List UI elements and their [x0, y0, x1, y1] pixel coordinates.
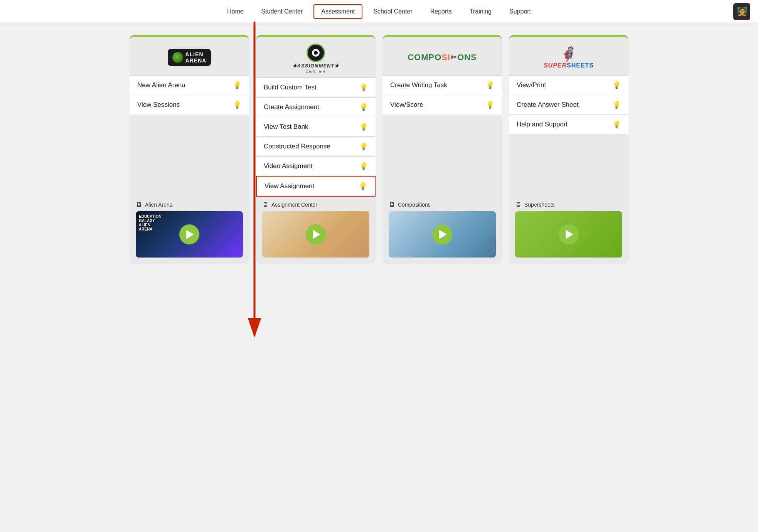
menu-item-create-writing-task[interactable]: Create Writing Task 💡: [382, 75, 502, 95]
alien-arena-video-thumb[interactable]: EDUCATIONGALAXYALIENARENA: [136, 211, 243, 258]
menu-label: Video Assigment: [264, 162, 312, 170]
assignment-center-header: ★ASSIGNMENT★ CENTER: [256, 37, 376, 77]
menu-label: New Alien Arena: [137, 81, 185, 89]
superhero-icon: 🦸: [560, 46, 577, 62]
compositions-video-section: 🖥 Compositions: [382, 197, 502, 264]
bulb-icon: 💡: [359, 162, 368, 170]
menu-label: Create Answer Sheet: [517, 101, 579, 109]
globe-icon: [172, 52, 183, 63]
menu-label: View/Score: [390, 101, 423, 109]
video-label-text: Compositions: [398, 202, 431, 208]
nav-item-student-center[interactable]: Student Center: [254, 5, 310, 18]
assignment-center-video-thumb[interactable]: [262, 211, 369, 258]
menu-item-view-print[interactable]: View/Print 💡: [509, 75, 628, 95]
menu-item-constructed-response[interactable]: Constructed Response 💡: [256, 136, 376, 156]
play-button[interactable]: [432, 224, 452, 244]
video-label-text: Assignment Center: [271, 202, 317, 208]
menu-item-video-assignment[interactable]: Video Assigment 💡: [256, 156, 376, 176]
bulb-icon: 💡: [359, 182, 367, 190]
user-avatar[interactable]: 🧑‍🏫: [733, 3, 750, 20]
assignment-center-menu: Build Custom Test 💡 Create Assignment 💡 …: [256, 77, 376, 197]
menu-label: Help and Support: [517, 121, 568, 128]
bulb-icon: 💡: [359, 103, 368, 111]
play-button[interactable]: [559, 224, 579, 244]
supersheets-video-section: 🖥 Supersheets: [509, 197, 628, 264]
play-button[interactable]: [179, 224, 199, 244]
video-label: 🖥 Assignment Center: [262, 201, 369, 208]
menu-label: Constructed Response: [264, 143, 330, 150]
monitor-icon: 🖥: [389, 201, 395, 208]
video-label-text: Alien Arena: [145, 202, 173, 208]
alien-arena-header: ALIENARENA: [130, 37, 249, 75]
video-thumb-text: EDUCATIONGALAXYALIENARENA: [139, 214, 162, 231]
alien-arena-logo: ALIENARENA: [168, 49, 211, 66]
nav-item-reports[interactable]: Reports: [423, 5, 459, 18]
menu-label: View Test Bank: [264, 123, 308, 131]
nav-item-support[interactable]: Support: [502, 5, 538, 18]
menu-label: Create Assignment: [264, 103, 319, 111]
sci-text: SI: [441, 52, 450, 62]
compositions-header: COMPO SI ✂ ONS: [382, 37, 502, 75]
monitor-icon: 🖥: [136, 201, 142, 208]
assignment-center-video-section: 🖥 Assignment Center: [256, 197, 376, 264]
bulb-icon: 💡: [359, 142, 368, 151]
compositions-card: COMPO SI ✂ ONS Create Writing Task 💡 Vie…: [382, 35, 502, 264]
menu-item-create-assignment[interactable]: Create Assignment 💡: [256, 97, 376, 117]
bulb-icon: 💡: [233, 81, 241, 89]
alien-arena-card: ALIENARENA New Alien Arena 💡 View Sessio…: [130, 35, 249, 264]
supersheets-header: 🦸 SUPER SHEETS: [509, 37, 628, 75]
menu-item-new-alien-arena[interactable]: New Alien Arena 💡: [130, 75, 249, 95]
menu-label: Build Custom Test: [264, 84, 317, 91]
nav-item-assessment[interactable]: Assessment: [313, 4, 362, 19]
menu-label: View Assignment: [264, 182, 314, 190]
compositions-video-thumb[interactable]: [389, 211, 496, 258]
play-button[interactable]: [306, 224, 326, 244]
supersheets-card: 🦸 SUPER SHEETS View/Print 💡 Create Answe…: [509, 35, 628, 264]
menu-item-view-test-bank[interactable]: View Test Bank 💡: [256, 117, 376, 136]
menu-item-build-custom-test[interactable]: Build Custom Test 💡: [256, 77, 376, 97]
menu-item-create-answer-sheet[interactable]: Create Answer Sheet 💡: [509, 95, 628, 114]
alien-arena-logo-text: ALIENARENA: [185, 51, 207, 64]
bulb-icon: 💡: [612, 101, 621, 109]
video-label: 🖥 Alien Arena: [136, 201, 243, 208]
bulb-icon: 💡: [359, 123, 368, 131]
video-label-text: Supersheets: [524, 202, 555, 208]
monitor-icon: 🖥: [515, 201, 521, 208]
nav-items: Home Student Center Assessment School Ce…: [220, 4, 538, 19]
cards-row: ALIENARENA New Alien Arena 💡 View Sessio…: [15, 35, 743, 264]
scissors-icon: ✂: [451, 53, 457, 62]
assignment-center-logo: ★ASSIGNMENT★ CENTER: [292, 44, 340, 74]
menu-item-help-support[interactable]: Help and Support 💡: [509, 114, 628, 134]
supersheets-menu: View/Print 💡 Create Answer Sheet 💡 Help …: [509, 75, 628, 197]
menu-item-view-assignment[interactable]: View Assignment 💡: [256, 176, 376, 197]
sheets-text: SHEETS: [567, 62, 594, 69]
menu-item-view-sessions[interactable]: View Sessions 💡: [130, 95, 249, 114]
menu-label: View/Print: [517, 81, 546, 89]
nav-item-training[interactable]: Training: [463, 5, 499, 18]
nav-item-school-center[interactable]: School Center: [366, 5, 419, 18]
ac-logo-subtitle: CENTER: [305, 69, 326, 74]
menu-item-view-score[interactable]: View/Score 💡: [382, 95, 502, 114]
supersheets-video-thumb[interactable]: [515, 211, 622, 258]
menu-label: View Sessions: [137, 101, 180, 109]
bulb-icon: 💡: [486, 81, 494, 89]
assignment-center-card: ★ASSIGNMENT★ CENTER Build Custom Test 💡 …: [256, 35, 376, 264]
main-content: ALIENARENA New Alien Arena 💡 View Sessio…: [0, 23, 758, 275]
eye-icon: [307, 44, 325, 62]
menu-label: Create Writing Task: [390, 81, 447, 89]
bulb-icon: 💡: [486, 101, 494, 109]
compo-text: COMPO: [408, 52, 441, 62]
tions-text: ONS: [457, 52, 477, 62]
bulb-icon: 💡: [612, 120, 621, 129]
compositions-logo: COMPO SI ✂ ONS: [408, 52, 477, 62]
nav-item-home[interactable]: Home: [220, 5, 251, 18]
video-label: 🖥 Compositions: [389, 201, 496, 208]
navigation: Home Student Center Assessment School Ce…: [0, 0, 758, 23]
monitor-icon: 🖥: [262, 201, 268, 208]
compositions-menu: Create Writing Task 💡 View/Score 💡: [382, 75, 502, 197]
video-label: 🖥 Supersheets: [515, 201, 622, 208]
supersheets-logo-text: SUPER SHEETS: [544, 62, 594, 69]
ac-logo-text: ★ASSIGNMENT★: [292, 63, 340, 69]
supersheets-logo: 🦸 SUPER SHEETS: [544, 46, 594, 69]
bulb-icon: 💡: [233, 101, 241, 109]
